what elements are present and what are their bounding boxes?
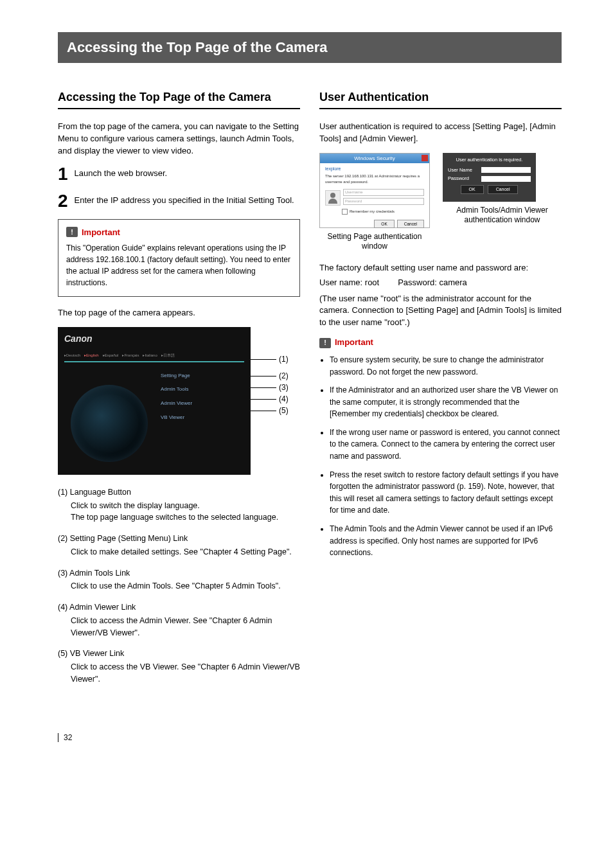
win2-ok-button: OK [461,185,484,194]
win1-username-input: Username [343,189,424,196]
avatar-icon [325,190,341,206]
top-page-figure: Canon ▸Deutsch ▸English ▸Español ▸França… [58,327,300,475]
page-number: 32 [58,733,562,742]
close-icon [422,155,428,161]
annotation-4: (4) Admin Viewer Link Click to access th… [58,601,300,639]
win1-cancel-button: Cancel [397,220,424,228]
callout-5: (5) [251,405,289,416]
link-setting-page: Setting Page [161,372,192,380]
defaults-note: (The user name "root" is the administrat… [319,293,562,330]
annotation-3: (3) Admin Tools Link Click to use the Ad… [58,567,300,593]
auth-fig-2: User authentication is required. User Na… [443,153,562,226]
warning-icon: ! [319,338,331,348]
page-title-bar: Accessing the Top Page of the Camera [58,32,562,63]
link-admin-tools: Admin Tools [161,385,192,393]
right-intro: User authentication is required to acces… [319,121,562,145]
right-important-list: To ensure system security, be sure to ch… [319,354,562,559]
left-column: Accessing the Top Page of the Camera Fro… [58,89,300,695]
annotation-5: (5) VB Viewer Link Click to access the V… [58,648,300,685]
right-column: User Authentication User authentication … [319,89,562,695]
win1-titlebar: Windows Security [320,154,429,164]
menu-links: Setting Page Admin Tools Admin Viewer VB… [161,372,192,421]
language-bar: ▸Deutsch ▸English ▸Español ▸Français ▸It… [64,353,244,362]
annotation-2: (2) Setting Page (Setting Menu) Link Cli… [58,533,300,558]
left-important-text: This "Operation Guide" explains relevant… [66,242,292,288]
win2-cancel-button: Cancel [488,185,519,194]
lang-fr: ▸Français [122,353,139,359]
right-important-head: ! Important [319,337,562,349]
admin-auth-dialog: User authentication is required. User Na… [443,153,536,202]
left-important-head: ! Important [66,226,292,239]
callout-3: (3) [251,382,289,393]
left-after-important: The top page of the camera appears. [58,307,300,319]
lang-ja: ▸日本語 [161,353,175,359]
auth-fig-1: Windows Security iexplore The server 192… [319,153,430,252]
page-title: Accessing the Top Page of the Camera [67,39,327,55]
callout-2: (2) [251,371,289,382]
bullet-5: The Admin Tools and the Admin Viewer can… [330,523,562,559]
win2-pass-label: Password [448,175,479,182]
lang-en: ▸English [84,353,99,359]
win2-user-label: User Name [448,167,479,174]
callout-lines: (1) (2) (3) (4) (5) [251,327,289,475]
win1-subtitle: The server 192.168.100.131 at Administra… [325,173,424,184]
lang-it: ▸Italiano [143,353,157,359]
bullet-2: If the Administrator and an authorized u… [330,384,562,420]
callout-4: (4) [251,394,289,405]
step-1-text: Launch the web browser. [75,165,168,180]
left-heading-rule [58,108,300,109]
bullet-4: Press the reset switch to restore factor… [330,469,562,517]
right-heading-rule [319,108,562,109]
win1-remember-row: Remember my credentials [342,209,424,215]
step-2: 2 Enter the IP address you specified in … [58,192,300,210]
lang-de: ▸Deutsch [64,353,80,359]
step-1: 1 Launch the web browser. [58,165,300,183]
top-page-screenshot: Canon ▸Deutsch ▸English ▸Español ▸França… [58,327,251,475]
left-intro: From the top page of the camera, you can… [58,121,300,157]
right-important-label: Important [335,337,373,349]
right-heading: User Authentication [319,89,562,105]
win2-pass-input [481,176,531,182]
step-2-text: Enter the IP address you specified in th… [75,192,294,207]
warning-icon: ! [66,227,78,237]
win1-remember-label: Remember my credentials [350,209,395,215]
win2-title: User authentication is required. [448,157,531,164]
win1-ok-button: OK [374,220,394,228]
lang-es: ▸Español [103,353,119,359]
win1-caption: Setting Page authentication window [319,232,430,252]
annotation-1: (1) Language Button Click to switch the … [58,486,300,524]
windows-security-dialog: Windows Security iexplore The server 192… [319,153,430,228]
annotation-list: (1) Language Button Click to switch the … [58,486,300,686]
left-important-box: ! Important This "Operation Guide" expla… [58,219,300,297]
win2-user-input [481,167,531,173]
win1-password-input: Password [343,198,424,205]
right-important-section: ! Important To ensure system security, b… [319,337,562,559]
defaults-values: User name: root Password: camera [319,277,562,289]
two-column-layout: Accessing the Top Page of the Camera Fro… [58,89,562,695]
link-vb-viewer: VB Viewer [161,414,192,421]
checkbox-icon [342,209,348,215]
canon-logo: Canon [64,332,93,345]
callout-1: (1) [251,354,289,365]
step-2-number: 2 [58,192,68,210]
bullet-1: To ensure system security, be sure to ch… [330,354,562,378]
left-important-label: Important [82,226,120,239]
win1-app: iexplore [325,166,424,172]
defaults-line1: The factory default setting user name an… [319,262,562,274]
win2-caption: Admin Tools/Admin Viewer authentication … [443,206,562,226]
auth-figures: Windows Security iexplore The server 192… [319,153,562,252]
camera-lens-graphic [71,385,148,462]
link-admin-viewer: Admin Viewer [161,400,192,407]
step-1-number: 1 [58,165,68,183]
win1-title-text: Windows Security [354,155,395,161]
left-heading: Accessing the Top Page of the Camera [58,89,300,105]
bullet-3: If the wrong user name or password is en… [330,427,562,463]
